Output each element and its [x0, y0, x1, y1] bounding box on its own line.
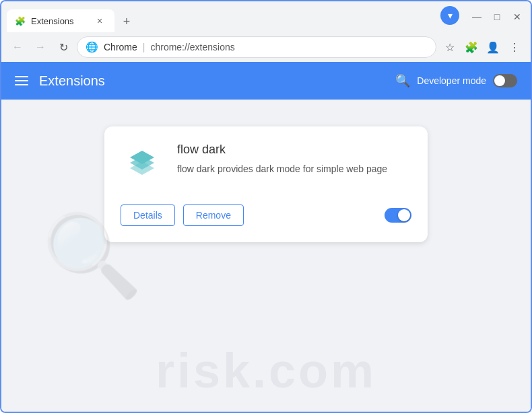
- address-bar[interactable]: 🌐 Chrome | chrome://extensions: [77, 36, 436, 58]
- extensions-button[interactable]: 🧩: [462, 38, 481, 57]
- site-name: Chrome: [104, 42, 137, 52]
- maximize-button[interactable]: □: [489, 9, 505, 25]
- hamburger-line-3: [15, 84, 28, 85]
- profile-dropdown-icon: ▾: [448, 10, 453, 21]
- extension-card-bottom: Details Remove: [121, 204, 411, 226]
- toolbar-icons: ☆ 🧩 👤 ⋮: [440, 38, 524, 57]
- flow-dark-icon: [123, 145, 161, 183]
- active-tab[interactable]: 🧩 Extensions ×: [7, 9, 114, 32]
- reload-button[interactable]: ↻: [54, 38, 73, 57]
- new-tab-button[interactable]: +: [117, 12, 136, 31]
- search-button[interactable]: 🔍: [395, 73, 410, 88]
- extension-name: flow dark: [177, 143, 411, 157]
- profile-dropdown[interactable]: ▾: [440, 6, 459, 25]
- developer-mode-label: Developer mode: [417, 75, 486, 86]
- watermark-text: risk.com: [156, 343, 376, 398]
- minimize-button[interactable]: —: [469, 9, 485, 25]
- tab-close-button[interactable]: ×: [93, 14, 106, 28]
- extension-logo: [121, 143, 164, 186]
- details-button[interactable]: Details: [121, 204, 175, 226]
- close-button[interactable]: ✕: [509, 9, 525, 25]
- window-controls: — □ ✕: [469, 9, 525, 25]
- toggle-blue-knob: [398, 209, 410, 221]
- tab-area: 🧩 Extensions × +: [7, 1, 436, 32]
- extension-description: flow dark provides dark mode for simple …: [177, 162, 411, 176]
- profile-button[interactable]: 👤: [484, 38, 502, 57]
- remove-button[interactable]: Remove: [183, 204, 244, 226]
- browser-window: 🧩 Extensions × + ▾ — □ ✕ ← → ↻ 🌐 Chrome …: [0, 0, 532, 413]
- developer-mode-area: 🔍 Developer mode: [395, 73, 517, 88]
- address-separator: |: [143, 42, 145, 52]
- back-button[interactable]: ←: [8, 38, 27, 57]
- hamburger-line-2: [15, 80, 28, 81]
- address-url: chrome://extensions: [150, 42, 234, 52]
- extension-toggle[interactable]: [385, 208, 411, 223]
- address-bar-row: ← → ↻ 🌐 Chrome | chrome://extensions ☆ 🧩…: [1, 32, 531, 62]
- title-bar: 🧩 Extensions × + ▾ — □ ✕: [1, 1, 531, 32]
- tab-title: Extensions: [31, 16, 88, 26]
- forward-button[interactable]: →: [31, 38, 50, 57]
- hamburger-line-1: [15, 76, 28, 77]
- bookmark-button[interactable]: ☆: [440, 38, 459, 57]
- toggle-knob: [494, 75, 505, 86]
- site-icon: 🌐: [86, 41, 98, 53]
- extension-info: flow dark flow dark provides dark mode f…: [177, 143, 411, 186]
- tab-favicon: 🧩: [15, 15, 26, 26]
- extension-card-top: flow dark flow dark provides dark mode f…: [121, 143, 411, 186]
- more-button[interactable]: ⋮: [505, 38, 524, 57]
- developer-mode-toggle[interactable]: [493, 74, 517, 87]
- extensions-title: Extensions: [39, 73, 385, 89]
- main-content: 🔍 flow dark flow dark p: [1, 100, 531, 412]
- hamburger-menu[interactable]: [15, 76, 28, 85]
- extension-card: flow dark flow dark provides dark mode f…: [104, 126, 428, 242]
- extensions-header: Extensions 🔍 Developer mode: [1, 62, 531, 100]
